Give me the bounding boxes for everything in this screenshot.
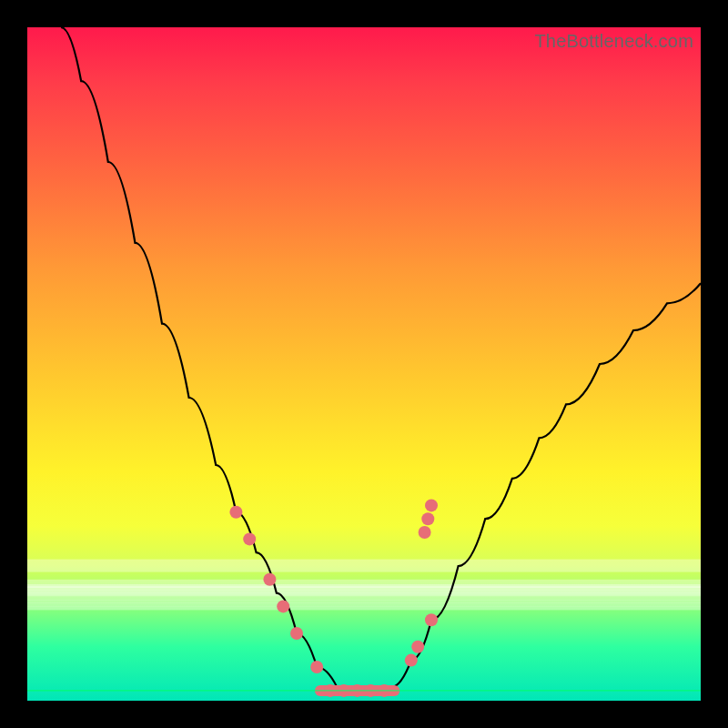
highlight-band — [27, 586, 701, 590]
marker-right — [425, 613, 438, 626]
marker-left — [243, 532, 256, 545]
marker-right — [411, 641, 424, 653]
highlight-band — [27, 590, 701, 593]
highlight-band — [27, 596, 701, 600]
marker-left — [290, 627, 303, 640]
marker-left — [229, 506, 242, 519]
highlight-band — [27, 603, 701, 607]
marker-right — [425, 499, 438, 511]
highlight-band — [27, 606, 701, 610]
highlight-band — [27, 600, 701, 603]
marker-left — [310, 661, 323, 673]
chart-plot-area: TheBottleneck.com — [27, 27, 701, 701]
highlight-band — [27, 593, 701, 597]
marker-right — [421, 512, 434, 525]
chart-frame: TheBottleneck.com — [0, 0, 728, 728]
highlight-band — [27, 560, 701, 572]
marker-left — [263, 573, 276, 586]
chart-svg — [27, 27, 701, 701]
marker-right — [419, 526, 431, 539]
marker-left — [277, 600, 289, 612]
marker-right — [405, 654, 418, 667]
